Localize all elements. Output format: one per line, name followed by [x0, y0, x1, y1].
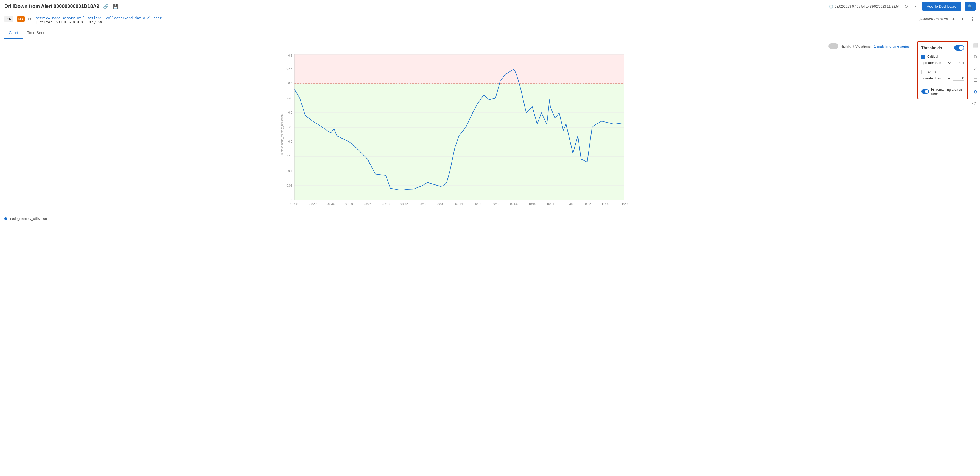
- y-label-035: 0.35: [286, 96, 292, 99]
- query-label: #A: [5, 16, 13, 22]
- thresholds-container: Thresholds ✓ Critical greater than less …: [915, 39, 970, 475]
- x-label-0928: 09:28: [474, 202, 481, 206]
- chart-toolbar: Highlight Violations 1 matching time ser…: [0, 43, 915, 52]
- display-panel-icon[interactable]: ⬜: [972, 41, 979, 49]
- expand-panel-icon[interactable]: ⤢: [972, 65, 978, 72]
- y-label-01: 0.1: [288, 169, 292, 173]
- copy-panel-icon[interactable]: ⧉: [973, 53, 978, 60]
- warning-condition-dropdown[interactable]: greater than less than equal to: [921, 75, 951, 81]
- code-panel-icon[interactable]: </>: [971, 100, 980, 107]
- y-label-025: 0.25: [286, 125, 292, 129]
- header-left: DrillDown from Alert 00000000001D18A9 🔗 …: [5, 3, 120, 10]
- critical-condition-dropdown[interactable]: greater than less than equal to: [921, 60, 951, 66]
- add-to-dashboard-button[interactable]: Add To Dashboard: [922, 2, 961, 11]
- x-label-0708: 07:08: [290, 202, 298, 206]
- warning-threshold-row: Warning greater than less than equal to …: [921, 70, 964, 81]
- right-sidebar: Thresholds ✓ Critical greater than less …: [915, 39, 980, 475]
- chart-svg-container: 0 0.05 0.1 0.15 0.2 0.25 0.3 0.35 0.4 0.…: [0, 52, 915, 215]
- main: Highlight Violations 1 matching time ser…: [0, 39, 980, 475]
- more-header-icon[interactable]: ⋮: [912, 3, 919, 10]
- query-text: metric=:node_memory_utilisation: _collec…: [36, 16, 915, 24]
- x-label-0914: 09:14: [455, 202, 463, 206]
- warning-label: Warning: [927, 70, 940, 74]
- y-label-03: 0.3: [288, 111, 292, 114]
- quantize-label: Quantize 1m (avg): [918, 17, 948, 21]
- x-label-1106: 11:06: [601, 202, 609, 206]
- critical-check-row: ✓ Critical: [921, 54, 964, 59]
- tab-time-series[interactable]: Time Series: [22, 27, 52, 39]
- x-label-0846: 08:46: [418, 202, 426, 206]
- critical-checkbox[interactable]: ✓: [921, 55, 925, 59]
- highlight-violations-switch[interactable]: [829, 43, 838, 49]
- filter-panel-icon[interactable]: ⚙: [972, 88, 978, 96]
- highlight-violations-toggle[interactable]: Highlight Violations: [829, 43, 871, 49]
- time-range-text: 23/02/2023 07:05:54 to 23/02/2023 11:22:…: [835, 5, 900, 8]
- header-icons: 🔗 💾: [102, 3, 120, 10]
- query-refresh-icon[interactable]: ↻: [27, 16, 32, 22]
- panel-icons: ⬜ ⧉ ⤢ ☰ ⚙ </>: [970, 39, 980, 475]
- x-label-0900: 09:00: [437, 202, 444, 206]
- x-label-0722: 07:22: [309, 202, 317, 206]
- add-query-icon[interactable]: +: [951, 16, 956, 22]
- refresh-icon[interactable]: ↻: [903, 3, 909, 10]
- y-label-02: 0.2: [288, 140, 292, 143]
- highlight-violations-label: Highlight Violations: [840, 44, 871, 48]
- warning-checkbox[interactable]: [921, 70, 925, 74]
- legend-dot: [5, 217, 7, 220]
- y-label-005: 0.05: [286, 184, 292, 187]
- legend-label: :node_memory_utilisation:: [10, 217, 48, 221]
- x-label-0736: 07:36: [327, 202, 335, 206]
- y-label-015: 0.15: [286, 155, 292, 158]
- warning-value: 0: [953, 77, 964, 80]
- y-label-04: 0.4: [288, 81, 292, 85]
- tabs: Chart Time Series: [0, 27, 980, 39]
- y-label-045: 0.45: [286, 67, 292, 70]
- query-icons: M ▾ ↻: [17, 16, 32, 22]
- x-label-0804: 08:04: [364, 202, 371, 206]
- fill-green-toggle[interactable]: [921, 89, 929, 94]
- chart-area: Highlight Violations 1 matching time ser…: [0, 39, 915, 475]
- query-type-icon[interactable]: M ▾: [17, 16, 25, 22]
- tab-chart[interactable]: Chart: [5, 27, 22, 39]
- matching-series-count[interactable]: 1 matching time series: [874, 44, 910, 48]
- critical-threshold-row: ✓ Critical greater than less than equal …: [921, 54, 964, 66]
- thresholds-panel: Thresholds ✓ Critical greater than less …: [917, 41, 968, 99]
- fill-row: Fill remaining area as green: [921, 85, 964, 95]
- save-icon[interactable]: 💾: [112, 3, 120, 10]
- header-right: 🕐 23/02/2023 07:05:54 to 23/02/2023 11:2…: [829, 2, 975, 11]
- clock-icon: 🕐: [829, 5, 833, 8]
- thresholds-title: Thresholds: [921, 46, 942, 50]
- query-bar: #A M ▾ ↻ metric=:node_memory_utilisation…: [0, 13, 980, 27]
- x-label-0750: 07:50: [345, 202, 353, 206]
- more-query-icon[interactable]: ⋮: [969, 16, 975, 22]
- x-label-0832: 08:32: [400, 202, 408, 206]
- x-label-0942: 09:42: [492, 202, 500, 206]
- chart-svg: 0 0.05 0.1 0.15 0.2 0.25 0.3 0.35 0.4 0.…: [3, 52, 912, 214]
- x-label-1120: 11:20: [620, 202, 628, 206]
- x-label-0956: 09:56: [510, 202, 518, 206]
- time-range: 🕐 23/02/2023 07:05:54 to 23/02/2023 11:2…: [829, 5, 900, 8]
- critical-value: 0.4: [953, 61, 964, 65]
- chart-legend: :node_memory_utilisation:: [0, 215, 915, 223]
- eye-query-icon[interactable]: 👁: [959, 16, 966, 22]
- list-panel-icon[interactable]: ☰: [972, 77, 978, 84]
- warning-condition-row: greater than less than equal to 0: [921, 75, 964, 81]
- critical-condition-row: greater than less than equal to 0.4: [921, 60, 964, 66]
- add-to-dashboard-label: Add To Dashboard: [927, 5, 956, 8]
- query-filter: | filter _value > 0.4 all any 5m: [36, 20, 102, 24]
- thresholds-header: Thresholds: [921, 45, 964, 51]
- x-label-1052: 10:52: [583, 202, 591, 206]
- share-icon[interactable]: 🔗: [102, 3, 110, 10]
- warning-check-row: Warning: [921, 70, 964, 74]
- x-label-1038: 10:38: [565, 202, 573, 206]
- y-axis-label: metric=:node_memory_utilisation:: [280, 113, 283, 155]
- page-title: DrillDown from Alert 00000000001D18A9: [5, 3, 99, 10]
- fill-green-label: Fill remaining area as green: [931, 88, 964, 95]
- x-label-0818: 08:18: [382, 202, 390, 206]
- y-label-0: 0: [291, 198, 292, 202]
- query-metric: metric=:node_memory_utilisation: _collec…: [36, 16, 162, 20]
- x-label-1010: 10:10: [528, 202, 536, 206]
- x-label-1024: 10:24: [547, 202, 554, 206]
- thresholds-enabled-toggle[interactable]: [954, 45, 964, 51]
- search-button[interactable]: 🔍: [965, 2, 975, 11]
